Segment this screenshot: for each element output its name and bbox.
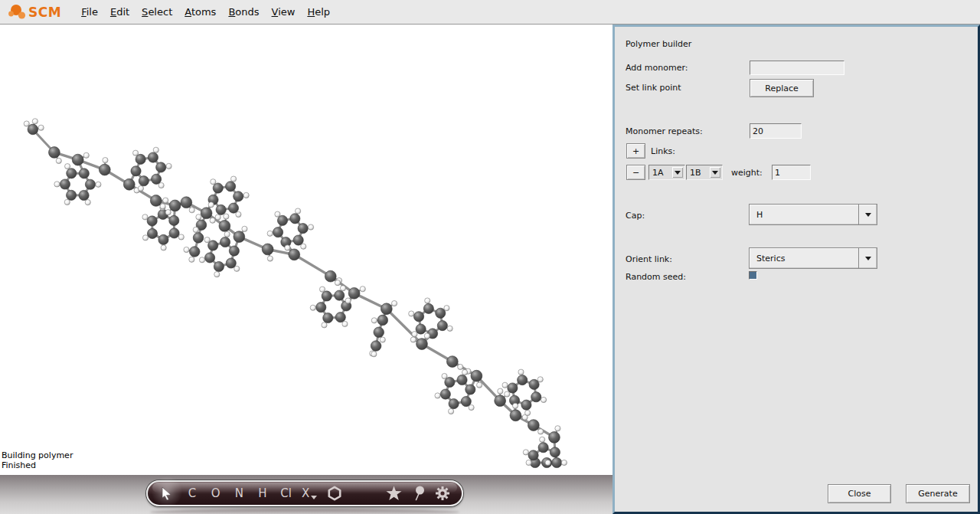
monomer-repeats-input[interactable]: [750, 123, 802, 139]
element-button-nitrogen[interactable]: N: [231, 486, 247, 500]
menu-atoms[interactable]: Atoms: [178, 2, 222, 22]
element-button-carbon[interactable]: C: [185, 486, 201, 500]
cap-dropdown[interactable]: H: [749, 204, 877, 225]
balloon-icon: [413, 486, 425, 501]
cursor-icon: [161, 486, 172, 500]
orient-link-dropdown-arrow[interactable]: [858, 248, 877, 268]
benzene-ring-tool-button[interactable]: [326, 486, 345, 501]
scm-logo: SCM: [8, 2, 61, 22]
status-line-2: Finished: [2, 460, 73, 470]
menu-view[interactable]: View: [266, 2, 302, 22]
monomer-repeats-label: Monomer repeats:: [626, 126, 703, 136]
scm-application-window: SCM File Edit Select Atoms Bonds View He…: [0, 0, 980, 514]
star-icon: [386, 486, 402, 501]
scm-logo-icon: [8, 2, 28, 22]
chevron-down-icon: [311, 496, 317, 499]
scm-logo-text: SCM: [28, 5, 61, 20]
orient-link-label: Orient link:: [626, 254, 672, 264]
links-label: Links:: [651, 146, 675, 156]
polymer-molecule-render: [0, 25, 612, 475]
element-button-hydrogen[interactable]: H: [255, 486, 271, 500]
element-picker-button[interactable]: X: [302, 486, 318, 500]
element-button-chlorine[interactable]: Cl: [278, 486, 294, 500]
link-to-dropdown[interactable]: 1B: [686, 165, 723, 180]
menu-bonds[interactable]: Bonds: [222, 2, 265, 22]
menu-edit[interactable]: Edit: [104, 2, 136, 22]
structure-tool-button[interactable]: [385, 486, 403, 501]
cursor-tool-button[interactable]: [158, 486, 176, 500]
polymer-builder-panel: Polymer builder Add monomer: Set link po…: [612, 25, 980, 514]
element-toolbar: C O N H Cl X: [146, 480, 463, 506]
status-text: Building polymer Finished: [2, 450, 73, 470]
link-to-dropdown-arrow[interactable]: [710, 167, 720, 178]
molecule-viewport[interactable]: Building polymer Finished: [0, 25, 612, 475]
cap-dropdown-arrow[interactable]: [858, 205, 877, 224]
random-seed-checkbox[interactable]: [749, 271, 757, 280]
link-to-value: 1B: [690, 168, 701, 178]
remove-link-button[interactable]: −: [626, 165, 645, 180]
random-seed-label: Random seed:: [626, 272, 686, 282]
link-weight-input[interactable]: [772, 165, 811, 180]
menu-select[interactable]: Select: [136, 2, 178, 22]
cap-label: Cap:: [626, 211, 645, 221]
orient-link-dropdown[interactable]: Sterics: [749, 247, 877, 269]
orient-link-value: Sterics: [750, 254, 858, 264]
link-from-value: 1A: [652, 168, 664, 178]
menubar: SCM File Edit Select Atoms Bonds View He…: [0, 0, 980, 25]
cap-value: H: [750, 210, 858, 220]
chevron-down-icon: [675, 171, 681, 175]
link-from-dropdown[interactable]: 1A: [648, 165, 685, 180]
replace-button[interactable]: Replace: [750, 79, 814, 97]
chevron-down-icon: [865, 213, 871, 217]
chevron-down-icon: [712, 171, 718, 175]
balloon-tool-button[interactable]: [410, 486, 428, 501]
generate-button[interactable]: Generate: [906, 484, 970, 503]
set-link-point-label: Set link point: [626, 83, 681, 93]
add-monomer-label: Add monomer:: [626, 63, 688, 73]
add-link-button[interactable]: +: [626, 143, 645, 159]
weight-label: weight:: [731, 168, 763, 178]
settings-tool-button[interactable]: [433, 486, 452, 501]
link-from-dropdown-arrow[interactable]: [672, 167, 683, 178]
close-button[interactable]: Close: [828, 484, 891, 503]
menu-file[interactable]: File: [75, 2, 104, 22]
add-monomer-input[interactable]: [750, 61, 844, 75]
panel-title: Polymer builder: [626, 39, 691, 49]
chevron-down-icon: [865, 257, 871, 260]
element-button-oxygen[interactable]: O: [207, 486, 224, 500]
benzene-ring-icon: [327, 486, 342, 501]
element-button-x-label: X: [302, 486, 309, 500]
menu-help[interactable]: Help: [301, 2, 336, 22]
status-line-1: Building polymer: [2, 450, 73, 460]
gear-icon: [435, 486, 450, 501]
